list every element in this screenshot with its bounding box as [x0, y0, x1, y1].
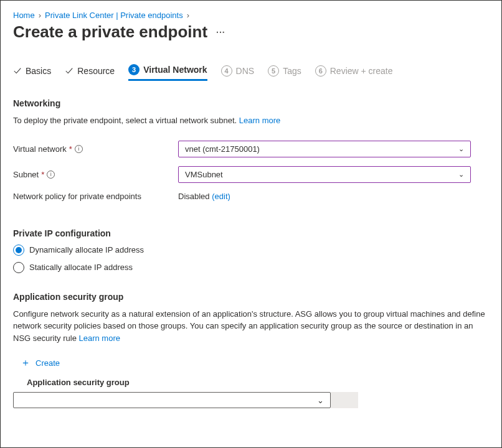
chevron-down-icon: ⌄ [458, 170, 464, 179]
private-ip-heading: Private IP configuration [13, 228, 489, 238]
network-policy-value: Disabled (edit) [178, 192, 230, 201]
asg-row-pad [331, 392, 358, 408]
virtual-network-select[interactable]: vnet (cmt-21750001) ⌄ [178, 141, 471, 157]
tab-resource[interactable]: Resource [65, 66, 115, 80]
radio-icon [13, 245, 24, 256]
tab-tags[interactable]: 5 Tags [268, 65, 301, 80]
check-icon [13, 67, 22, 75]
plus-icon: ＋ [21, 358, 31, 368]
networking-desc: To deploy the private endpoint, select a… [13, 114, 489, 127]
asg-learn-more-link[interactable]: Learn more [78, 334, 120, 343]
subnet-label: Subnet * i [13, 170, 178, 179]
networking-learn-more-link[interactable]: Learn more [239, 116, 280, 125]
tab-dns[interactable]: 4 DNS [221, 65, 255, 80]
subnet-select[interactable]: VMSubnet ⌄ [178, 166, 471, 183]
breadcrumb-home[interactable]: Home [13, 11, 35, 20]
wizard-tabs: Basics Resource 3 Virtual Network 4 DNS … [13, 64, 489, 81]
chevron-down-icon: ⌄ [317, 396, 324, 405]
info-icon[interactable]: i [47, 170, 55, 179]
network-policy-label: Network policy for private endpoints [13, 192, 178, 201]
chevron-right-icon: › [39, 11, 41, 20]
breadcrumb: Home › Private Link Center | Private end… [13, 11, 489, 20]
asg-desc: Configure network security as a natural … [13, 308, 489, 345]
radio-dynamic-ip[interactable]: Dynamically allocate IP address [13, 245, 489, 256]
asg-select[interactable]: ⌄ [13, 392, 331, 408]
chevron-right-icon: › [187, 11, 189, 20]
breadcrumb-private-link-center[interactable]: Private Link Center | Private endpoints [45, 11, 183, 20]
asg-heading: Application security group [13, 292, 489, 302]
info-icon[interactable]: i [75, 145, 83, 153]
page-title: Create a private endpoint ··· [13, 22, 489, 42]
virtual-network-label: Virtual network * i [13, 144, 178, 154]
tab-basics[interactable]: Basics [13, 66, 51, 80]
required-indicator: * [41, 170, 44, 179]
required-indicator: * [69, 144, 72, 154]
check-icon [65, 67, 73, 75]
more-actions-icon[interactable]: ··· [216, 27, 225, 37]
asg-field-label: Application security group [27, 378, 489, 387]
tab-review-create[interactable]: 6 Review + create [315, 65, 393, 80]
chevron-down-icon: ⌄ [458, 145, 464, 153]
networking-heading: Networking [13, 98, 489, 108]
tab-virtual-network[interactable]: 3 Virtual Network [128, 64, 207, 81]
network-policy-edit-link[interactable]: (edit) [212, 192, 230, 201]
radio-static-ip[interactable]: Statically allocate IP address [13, 262, 489, 273]
radio-icon [13, 262, 24, 273]
asg-create-button[interactable]: ＋ Create [21, 358, 489, 368]
